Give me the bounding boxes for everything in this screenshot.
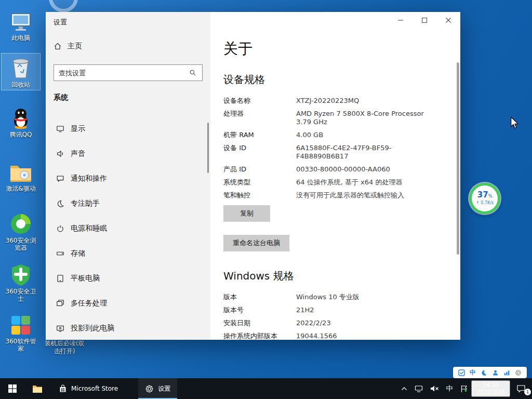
- sidebar-nav-list: 显示 声音 通知和操作 专注助手 电源和睡眠: [46, 116, 210, 340]
- spec-value: 00330-80000-00000-AA060: [296, 165, 390, 174]
- settings-content: 关于 设备规格 设备名称 XTZJ-20220223MQ 处理器 AMD Ryz…: [210, 12, 460, 340]
- desktop-icon-readme-label[interactable]: 装机后必读(双击打开): [44, 340, 85, 355]
- spec-value: 64 位操作系统, 基于 x64 的处理器: [296, 178, 402, 187]
- gear-icon[interactable]: [515, 369, 522, 376]
- desktop-icon-label: 回收站: [3, 81, 39, 88]
- sidebar-item-label: 通知和操作: [71, 174, 107, 183]
- sidebar-item-focus-assist[interactable]: 专注助手: [46, 191, 210, 216]
- sidebar-item-tablet[interactable]: 平板电脑: [46, 266, 210, 291]
- mouse-cursor: [510, 116, 518, 131]
- search-input[interactable]: [54, 69, 187, 77]
- spec-label: 机带 RAM: [223, 131, 296, 139]
- content-scrollbar[interactable]: [457, 62, 459, 255]
- wallpaper-logo: [49, 0, 78, 12]
- ime-toolbar: 中: [453, 367, 527, 378]
- tray-volume-button[interactable]: [427, 378, 443, 399]
- checkbox-icon[interactable]: [458, 369, 465, 376]
- settings-window: 设置 主页 系统 显示 声音: [46, 12, 460, 340]
- desktop-icon-360-browser[interactable]: 360安全浏览器: [1, 209, 41, 254]
- desktop-icon-360-manager[interactable]: 360软件管家: [1, 310, 41, 354]
- up-arrow-icon: ↑: [476, 201, 480, 205]
- recycle-bin-icon: [3, 56, 39, 79]
- sidebar-item-storage[interactable]: 存储: [46, 241, 210, 266]
- spec-row-os-build: 操作系统内部版本 19044.1566: [223, 332, 442, 340]
- tray-ime-indicator[interactable]: 中: [443, 378, 457, 399]
- spec-value: 4.00 GB: [296, 131, 323, 139]
- start-button[interactable]: [0, 378, 25, 399]
- spec-row-install-date: 安装日期 2022/2/23: [223, 319, 442, 327]
- ime-language-button[interactable]: 中: [470, 368, 476, 377]
- spec-label: 系统类型: [223, 178, 296, 187]
- projection-screen-icon: [56, 324, 64, 332]
- qq-icon: [3, 105, 39, 129]
- volume-muted-icon: [430, 385, 439, 392]
- file-explorer-button[interactable]: [25, 378, 50, 399]
- desktop-icon-label: 360安全卫士: [3, 288, 39, 302]
- spec-row-device-name: 设备名称 XTZJ-20220223MQ: [223, 97, 442, 105]
- maximize-button[interactable]: [413, 12, 436, 28]
- moon-icon[interactable]: [481, 369, 487, 376]
- spec-row-system-type: 系统类型 64 位操作系统, 基于 x64 的处理器: [223, 178, 442, 187]
- minimize-button[interactable]: [389, 12, 413, 28]
- sidebar-item-projecting[interactable]: 投影到此电脑: [46, 316, 210, 340]
- tray-show-hidden-icons-button[interactable]: [397, 378, 411, 399]
- spec-value: AMD Ryzen 7 5800X 8-Core Processor 3.79 …: [296, 110, 424, 126]
- taskbar-store-button[interactable]: Microsoft Store: [52, 378, 125, 399]
- sidebar-item-label: 多任务处理: [71, 299, 107, 308]
- stats-bars-icon[interactable]: [503, 369, 510, 376]
- close-button[interactable]: [436, 12, 460, 28]
- multitask-windows-icon: [56, 299, 64, 308]
- power-icon: [56, 224, 64, 233]
- taskbar-settings-label: 设置: [158, 384, 170, 393]
- person-icon[interactable]: [492, 369, 499, 376]
- window-controls: [389, 12, 460, 28]
- sidebar-item-home[interactable]: 主页: [54, 42, 82, 51]
- desktop-icon-recycle-bin[interactable]: 回收站: [1, 53, 41, 90]
- folder-icon: [3, 159, 39, 183]
- tablet-icon: [56, 274, 64, 283]
- sidebar-item-label: 存储: [71, 249, 85, 258]
- tray-security-button[interactable]: [457, 378, 471, 399]
- desktop-icon-activation-driver[interactable]: 激活&驱动: [1, 157, 41, 194]
- close-icon: [446, 18, 451, 23]
- spec-row-product-id: 产品 ID 00330-80000-00000-AA060: [223, 165, 442, 174]
- spec-label: 笔和触控: [223, 191, 296, 200]
- gear-icon: [145, 384, 154, 393]
- sidebar-item-label: 电源和睡眠: [71, 224, 107, 233]
- desktop-icon-tencent-qq[interactable]: 腾讯QQ: [1, 103, 41, 140]
- sidebar-item-display[interactable]: 显示: [46, 116, 210, 141]
- spec-row-processor: 处理器 AMD Ryzen 7 5800X 8-Core Processor 3…: [223, 110, 442, 126]
- desktop: 此电脑 回收站 腾讯QQ 激活&驱动 360安全浏览器 360安全卫士: [0, 0, 532, 399]
- copy-button[interactable]: 复制: [223, 205, 270, 222]
- sidebar-item-label: 显示: [71, 124, 85, 134]
- tray-clock[interactable]: 14:10 2022/2/23: [471, 380, 510, 397]
- desktop-icon-this-pc[interactable]: 此电脑: [1, 6, 41, 44]
- sidebar-item-label: 专注助手: [71, 199, 100, 208]
- spec-value: 21H2: [296, 306, 314, 314]
- search-icon: [187, 69, 202, 76]
- device-spec-heading: 设备规格: [223, 73, 442, 86]
- action-center-button[interactable]: 1: [510, 378, 532, 399]
- spec-row-device-id: 设备 ID 6A15880F-C4E2-47F9-BF59-F4B8890B6B…: [223, 144, 442, 161]
- sidebar-item-notifications[interactable]: 通知和操作: [46, 166, 210, 191]
- sidebar-item-multitasking[interactable]: 多任务处理: [46, 291, 210, 316]
- tray-network-button[interactable]: [411, 378, 427, 399]
- 360-speed-ball-widget[interactable]: 37% ↑ 0.7K/s: [469, 183, 500, 214]
- 360-browser-icon: [3, 211, 39, 235]
- sidebar-item-power-sleep[interactable]: 电源和睡眠: [46, 216, 210, 241]
- folder-icon: [32, 384, 43, 393]
- speaker-icon: [56, 150, 64, 158]
- desktop-icon-360-safe[interactable]: 360安全卫士: [1, 260, 41, 304]
- system-tray: 中 14:10 2022/2/23 1: [397, 378, 532, 399]
- taskbar-settings-button[interactable]: 设置: [138, 378, 177, 399]
- spec-value: 2022/2/23: [296, 319, 331, 327]
- rename-pc-button[interactable]: 重命名这台电脑: [223, 235, 289, 251]
- spec-value: 没有可用于此显示器的笔或触控输入: [296, 191, 404, 200]
- desktop-icon-label: 360安全浏览器: [3, 237, 39, 251]
- sidebar-scrollbar[interactable]: [207, 123, 209, 173]
- clock-time: 14:10: [477, 381, 504, 389]
- spec-row-pen-touch: 笔和触控 没有可用于此显示器的笔或触控输入: [223, 191, 442, 200]
- notification-badge: 1: [524, 389, 531, 395]
- sidebar-item-sound[interactable]: 声音: [46, 141, 210, 166]
- sidebar-item-label: 投影到此电脑: [71, 324, 114, 333]
